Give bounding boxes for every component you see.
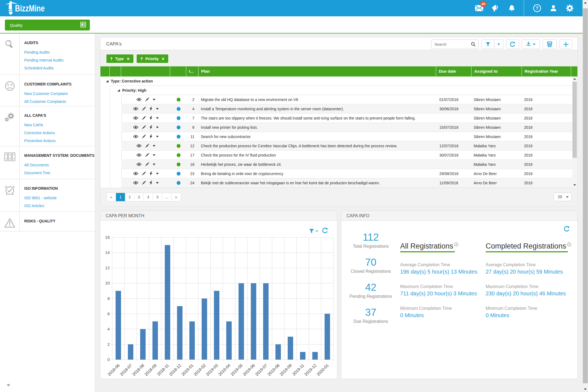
view-icon[interactable] <box>136 153 142 157</box>
group-collapse-icon[interactable] <box>117 89 120 92</box>
view-icon[interactable] <box>133 172 138 175</box>
sidebar-item-all-customer-complaints[interactable]: All Customer Complaints <box>24 98 95 106</box>
view-icon[interactable] <box>133 135 138 138</box>
info-icon[interactable]: ⓘ <box>566 242 571 247</box>
chip-remove-icon[interactable] <box>127 57 130 60</box>
group-collapse-icon[interactable] <box>106 79 109 83</box>
info-icon[interactable]: ⓘ <box>453 242 458 247</box>
edit-icon[interactable] <box>142 116 146 120</box>
chip-remove-icon[interactable] <box>161 57 165 60</box>
row-menu-caret-icon[interactable] <box>156 117 159 119</box>
filter-button[interactable] <box>481 39 503 49</box>
page-1[interactable]: 1 <box>116 193 125 201</box>
filter-dropdown-caret-icon[interactable] <box>494 40 503 49</box>
grid-scroll-thumb[interactable] <box>572 82 577 158</box>
grid-scroll-up-icon[interactable] <box>572 77 577 81</box>
workspace-selector-button[interactable]: Quality <box>5 20 90 30</box>
scrollbar-up-icon[interactable] <box>583 0 588 5</box>
page-3[interactable]: 3 <box>134 193 144 201</box>
row-menu-caret-icon[interactable] <box>153 164 155 165</box>
search-input[interactable] <box>431 42 471 47</box>
view-icon[interactable] <box>136 144 142 148</box>
page-5[interactable]: 5 <box>153 193 162 201</box>
table-row[interactable]: 2Migrate the old HQ database to a new en… <box>121 95 572 104</box>
edit-icon[interactable] <box>145 144 149 148</box>
table-row[interactable]: 23Breng de betaling in orde voor de cryp… <box>121 169 572 178</box>
grid-scroll-down-icon[interactable] <box>572 183 577 187</box>
column-header-due[interactable]: Due date <box>436 66 471 76</box>
gear-icon[interactable] <box>562 0 578 16</box>
sidebar-item-preventive-actions[interactable]: Preventive Actions <box>24 137 95 145</box>
quick-action-icon[interactable] <box>149 125 152 129</box>
view-icon[interactable] <box>133 107 138 111</box>
sidebar-item-corrective-actions[interactable]: Corrective Actions <box>24 129 95 137</box>
quick-action-icon[interactable] <box>149 116 152 120</box>
column-header-year[interactable]: Registration Year <box>522 66 571 76</box>
row-menu-caret-icon[interactable] <box>156 108 159 110</box>
view-icon[interactable] <box>136 98 142 101</box>
table-row[interactable]: 9Install new printer for picking lists.1… <box>121 123 572 132</box>
quick-action-icon[interactable] <box>149 181 152 185</box>
table-row[interactable]: 17Check the process for the IV fluid pro… <box>121 151 572 160</box>
user-icon[interactable] <box>545 0 562 16</box>
refresh-button[interactable] <box>506 39 519 49</box>
row-menu-caret-icon[interactable] <box>156 136 159 137</box>
table-row[interactable]: 12Check the production process for Cereb… <box>121 141 572 151</box>
edit-icon[interactable] <box>142 181 146 185</box>
megaphone-icon[interactable] <box>487 0 504 16</box>
sidebar-item-new-customer-complaint[interactable]: New Customer Complaint <box>24 90 95 98</box>
group-row-type[interactable]: Type: Corrective action <box>100 76 572 86</box>
page-next[interactable]: » <box>171 193 181 201</box>
table-row[interactable]: 24Bekijk met de subleverancier waar het … <box>121 178 572 188</box>
view-icon[interactable] <box>133 125 138 129</box>
group-chip-type[interactable]: Type <box>106 54 133 63</box>
window-scrollbar[interactable] <box>583 0 588 392</box>
edit-icon[interactable] <box>145 162 149 166</box>
page-...[interactable]: ... <box>162 193 171 201</box>
sidebar-item-scheduled-audits[interactable]: Scheduled Audits <box>24 64 95 72</box>
sidebar-collapse-button[interactable]: « <box>7 382 10 388</box>
group-row-priority[interactable]: Priority: High <box>100 86 572 95</box>
table-row[interactable]: 7The stairs are too slippery when it fre… <box>121 114 572 123</box>
column-header-assigned[interactable]: Assigned to <box>471 66 522 76</box>
edit-icon[interactable] <box>142 125 146 129</box>
edit-icon[interactable] <box>145 153 149 157</box>
sidebar-item-pending-internal-audits[interactable]: Pending Internal Audits <box>24 56 95 64</box>
row-menu-caret-icon[interactable] <box>153 99 155 100</box>
download-button[interactable] <box>522 39 540 49</box>
table-row[interactable]: 18Herbekijk het proces, zie waar de bott… <box>121 160 572 169</box>
info-refresh-icon[interactable] <box>564 226 570 233</box>
edit-icon[interactable] <box>142 107 146 111</box>
sidebar-item-iso-9001-website[interactable]: ISO 9001 - website <box>24 194 95 202</box>
search-icon[interactable] <box>471 42 476 47</box>
column-header-plan[interactable]: Plan <box>198 66 436 76</box>
row-menu-caret-icon[interactable] <box>156 173 159 174</box>
help-icon[interactable]: ? <box>529 0 545 16</box>
sidebar-item-new-capa[interactable]: New CAPA <box>24 121 95 129</box>
column-header-id[interactable]: I... <box>186 66 198 76</box>
filter-icon[interactable] <box>482 40 494 49</box>
page-4[interactable]: 4 <box>144 193 153 201</box>
page-prev[interactable]: « <box>107 193 116 201</box>
group-chip-priority[interactable]: Priority <box>137 54 168 63</box>
mail-icon[interactable]: 40 <box>471 0 487 16</box>
trash-button[interactable] <box>543 39 557 49</box>
view-icon[interactable] <box>133 181 138 185</box>
edit-icon[interactable] <box>145 97 149 102</box>
page-2[interactable]: 2 <box>125 193 134 201</box>
edit-icon[interactable] <box>142 171 146 176</box>
sidebar-item-all-documents[interactable]: All Documents <box>24 161 95 169</box>
edit-icon[interactable] <box>142 134 146 139</box>
view-icon[interactable] <box>133 116 138 120</box>
bell-icon[interactable] <box>504 0 520 16</box>
add-button[interactable] <box>559 39 572 49</box>
page-size-select[interactable]: 20 <box>554 193 572 201</box>
grid-scrollbar[interactable] <box>572 76 577 188</box>
quick-action-icon[interactable] <box>149 171 152 176</box>
scrollbar-thumb[interactable] <box>583 8 588 383</box>
sidebar-item-pending-audits[interactable]: Pending Audits <box>24 48 95 56</box>
sidebar-item-document-tree[interactable]: Document Tree <box>24 169 95 177</box>
row-menu-caret-icon[interactable] <box>156 182 159 184</box>
quick-action-icon[interactable] <box>149 107 152 111</box>
table-row[interactable]: 4Install a Temperature monitoring and al… <box>121 104 572 114</box>
